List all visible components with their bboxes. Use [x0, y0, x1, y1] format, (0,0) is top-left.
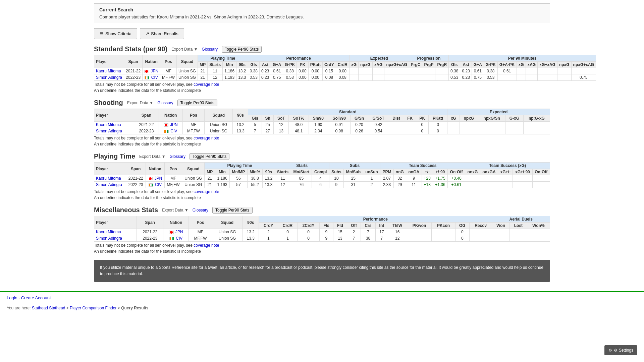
col-npxg: npxG: [359, 62, 373, 68]
nation-link-jpn[interactable]: JPN: [151, 69, 158, 73]
standard-stats-table: Player Span Nation Pos Squad Playing Tim…: [94, 55, 596, 81]
flag-jpn: [148, 177, 153, 180]
list-icon: ☰: [100, 31, 104, 36]
table-row: Simon Adingra 2022-23 CIV MF,FWUnion SG1…: [94, 128, 550, 134]
coverage-note-link[interactable]: coverage note: [194, 136, 219, 140]
misc-stats-toggle[interactable]: Toggle Per90 Stats: [212, 207, 252, 214]
col-gpk90: G-PK: [484, 62, 497, 68]
shooting-glossary[interactable]: Glossary: [157, 101, 173, 105]
col-gls90: Gls: [449, 62, 460, 68]
current-search-text: Compare player statistics for: Kaoru Mit…: [99, 14, 545, 19]
player-link[interactable]: Simon Adingra: [96, 182, 122, 187]
col-mp: MP: [198, 62, 208, 68]
playing-time-group: Playing Time: [198, 55, 248, 62]
player-link[interactable]: Simon Adingra: [96, 75, 122, 80]
player-link[interactable]: Kaoru Mitoma: [96, 122, 121, 127]
table-row: Simon Adingra 2022-23 CIV MF,FWUnion SG1…: [94, 235, 550, 242]
flag-civ: [149, 183, 153, 187]
misc-stats-header: Miscellaneous Stats Export Data ▼ Glossa…: [94, 206, 550, 214]
col-nation: Nation: [143, 55, 160, 68]
col-starts: Starts: [208, 62, 223, 68]
col-ast: Ast: [259, 62, 271, 68]
col-gpa: G+A: [271, 62, 283, 68]
player-link[interactable]: Simon Adingra: [96, 129, 122, 133]
col-gpk: G-PK: [283, 62, 297, 68]
misc-note2: An underline indicates the data for the …: [94, 249, 550, 254]
coverage-note-link[interactable]: coverage note: [194, 189, 219, 194]
col-min: Min: [223, 62, 236, 68]
share-icon: ↗: [146, 31, 149, 36]
shooting-toggle[interactable]: Toggle Per90 Stats: [177, 100, 217, 106]
create-account-link[interactable]: Create Account: [21, 295, 51, 300]
breadcrumb-stathead[interactable]: Stathead Stathead: [32, 306, 65, 310]
player-link[interactable]: Kaoru Mitoma: [96, 230, 121, 234]
flag-jpn: [164, 123, 168, 127]
flag-civ: [145, 76, 149, 79]
table-row: Kaoru Mitoma 2021-22 JPN MF Union SG 211…: [94, 68, 596, 74]
col-ast90: Ast: [460, 62, 472, 68]
breadcrumb-player-comparison[interactable]: Player Comparison Finder: [70, 306, 116, 310]
standard-stats-title: Standard Stats (per 90): [94, 45, 167, 53]
misc-stats-title: Miscellaneous Stats: [94, 206, 158, 214]
current-search-title: Current Search: [99, 7, 545, 12]
citation-box: If you utilize material unique to a Spor…: [94, 260, 550, 282]
coverage-note-link[interactable]: coverage note: [194, 243, 219, 248]
col-prgr: PrgR: [435, 62, 449, 68]
playing-time-table: Player Span Nation Pos Squad Playing Tim…: [94, 162, 550, 188]
coverage-note-link[interactable]: coverage note: [194, 82, 219, 87]
playing-time-note2: An underline indicates the data for the …: [94, 195, 550, 200]
standard-stats-glossary[interactable]: Glossary: [202, 47, 218, 52]
action-buttons: ☰ Show Criteria ↗ Share Results: [94, 28, 550, 39]
playing-time-header: Playing Time Export Data ▼ Glossary Togg…: [94, 153, 550, 160]
table-row: Simon Adingra 2022-23 CIV MF,FWUnion SG …: [94, 182, 550, 188]
nation-link-civ[interactable]: CIV: [151, 75, 158, 80]
standard-stats-header: Standard Stats (per 90) Export Data ▼ Gl…: [94, 45, 550, 53]
per90-group: Per 90 Minutes: [449, 55, 596, 62]
col-npxgxag: npxG+xAG: [384, 62, 409, 68]
playing-time-toggle[interactable]: Toggle Per90 Stats: [190, 153, 229, 160]
misc-stats-table: Player Span Nation Pos Squad 90s Perform…: [94, 216, 550, 242]
show-criteria-button[interactable]: ☰ Show Criteria: [94, 28, 137, 39]
col-xag: xAG: [372, 62, 384, 68]
footer-nav: Login · Create Account: [0, 291, 644, 304]
col-xgxag90: xG+xAG: [538, 62, 557, 68]
player-link[interactable]: Kaoru Mitoma: [96, 176, 121, 181]
col-squad: Squad: [177, 55, 198, 68]
col-crdr: CrdR: [336, 62, 349, 68]
table-row: Kaoru Mitoma 2021-22 JPN MFUnion SG13.2 …: [94, 122, 550, 128]
shooting-note2: An underline indicates the data for the …: [94, 142, 550, 146]
flag-civ: [164, 130, 169, 133]
shooting-export[interactable]: Export Data ▼: [127, 101, 154, 105]
col-gpa90: G+A: [472, 62, 484, 68]
col-prgc: PrgC: [409, 62, 422, 68]
misc-stats-export[interactable]: Export Data ▼: [162, 208, 189, 213]
player-link[interactable]: Simon Adingra: [96, 236, 122, 241]
standard-stats-toggle[interactable]: Toggle Per90 Stats: [222, 46, 262, 53]
col-npxgxag90: npxG+xAG: [571, 62, 596, 68]
playing-time-export[interactable]: Export Data ▼: [139, 154, 166, 159]
misc-note1: Totals may not be complete for all senio…: [94, 243, 550, 248]
player-link[interactable]: Kaoru Mitoma: [96, 69, 121, 73]
playing-time-title: Playing Time: [94, 153, 135, 160]
shooting-table: Player Span Nation Pos Squad 90s Standar…: [94, 109, 550, 134]
performance-group: Performance: [248, 55, 349, 62]
standard-stats-note2: An underline indicates the data for the …: [94, 88, 550, 93]
shooting-header: Shooting Export Data ▼ Glossary Toggle P…: [94, 99, 550, 107]
login-link[interactable]: Login: [7, 295, 17, 300]
flag-civ: [169, 237, 174, 240]
shooting-title: Shooting: [94, 99, 123, 107]
standard-stats-export[interactable]: Export Data ▼: [171, 47, 198, 52]
col-crdy: CrdY: [322, 62, 336, 68]
col-player: Player: [94, 55, 124, 68]
table-row: Kaoru Mitoma 2021-22 JPN MFUnion SG13.2 …: [94, 229, 550, 235]
playing-time-glossary[interactable]: Glossary: [170, 154, 185, 159]
col-npxg90: npxG: [557, 62, 571, 68]
current-search-box: Current Search Compare player statistics…: [94, 3, 550, 23]
col-span: Span: [124, 55, 143, 68]
flag-jpn: [169, 231, 174, 234]
shooting-note1: Totals may not be complete for all senio…: [94, 136, 550, 140]
misc-stats-glossary[interactable]: Glossary: [193, 208, 208, 213]
share-results-button[interactable]: ↗ Share Results: [140, 28, 184, 39]
col-xag90: xAG: [526, 62, 538, 68]
breadcrumb: You are here: Stathead Stathead > Player…: [0, 304, 644, 312]
